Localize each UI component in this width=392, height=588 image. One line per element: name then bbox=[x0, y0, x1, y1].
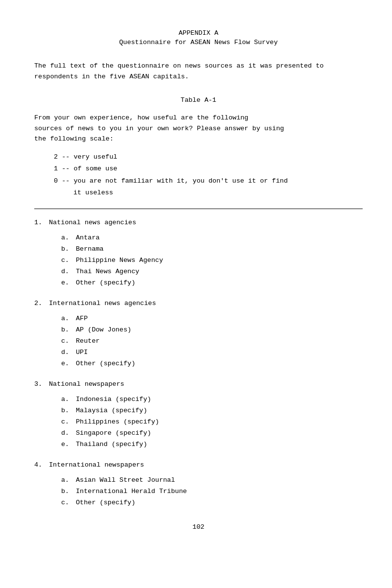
intro-paragraph: The full text of the questionnaire on ne… bbox=[34, 61, 363, 82]
answer-item-2-2: b.AP (Dow Jones) bbox=[61, 325, 363, 336]
question-text-4: International newspapers bbox=[49, 460, 363, 470]
question-number-3: 3. bbox=[34, 379, 49, 389]
table-intro-line2: sources of news to you in your own work?… bbox=[34, 125, 284, 132]
scale-item-2: 1 -- of some use bbox=[54, 163, 363, 175]
answer-text-3-2: Malaysia (specify) bbox=[76, 405, 363, 417]
answer-letter-1-1: a. bbox=[61, 233, 76, 244]
table-title: Table A-1 bbox=[34, 96, 363, 104]
answer-list-4: a.Asian Wall Street Journalb.Internation… bbox=[61, 475, 363, 509]
divider bbox=[34, 209, 363, 209]
question-number-1: 1. bbox=[34, 218, 49, 228]
question-header-4: 4.International newspapers bbox=[34, 460, 363, 470]
question-text-3: National newspapers bbox=[49, 379, 363, 389]
answer-text-2-1: AFP bbox=[76, 313, 363, 325]
page-container: APPENDIX A Questionnaire for ASEAN News … bbox=[34, 29, 363, 531]
answer-item-2-1: a.AFP bbox=[61, 313, 363, 325]
answer-list-1: a.Antarab.Bernamac.Philippine News Agenc… bbox=[61, 233, 363, 289]
question-number-2: 2. bbox=[34, 299, 49, 308]
answer-item-3-1: a.Indonesia (specify) bbox=[61, 394, 363, 405]
answer-text-4-2: International Herald Tribune bbox=[76, 486, 363, 497]
answer-list-3: a.Indonesia (specify)b.Malaysia (specify… bbox=[61, 394, 363, 450]
answer-item-4-2: b.International Herald Tribune bbox=[61, 486, 363, 497]
answer-item-4-1: a.Asian Wall Street Journal bbox=[61, 475, 363, 486]
answer-letter-2-2: b. bbox=[61, 325, 76, 336]
answer-letter-2-4: d. bbox=[61, 347, 76, 358]
answer-item-1-3: c.Philippine News Agency bbox=[61, 255, 363, 266]
answer-letter-4-1: a. bbox=[61, 475, 76, 486]
answer-text-1-3: Philippine News Agency bbox=[76, 255, 363, 266]
answer-text-2-4: UPI bbox=[76, 347, 363, 358]
question-header-2: 2.International news agencies bbox=[34, 299, 363, 308]
answer-item-3-3: c.Philippines (specify) bbox=[61, 417, 363, 428]
answer-text-3-3: Philippines (specify) bbox=[76, 417, 363, 428]
answer-letter-3-2: b. bbox=[61, 405, 76, 417]
scale-list: 2 -- very useful 1 -- of some use 0 -- y… bbox=[54, 151, 363, 199]
answer-text-1-4: Thai News Agency bbox=[76, 266, 363, 278]
answer-item-2-3: c.Reuter bbox=[61, 336, 363, 347]
question-section-2: 2.International news agenciesa.AFPb.AP (… bbox=[34, 299, 363, 370]
table-intro-line3: the following scale: bbox=[34, 135, 114, 142]
question-header-1: 1.National news agencies bbox=[34, 218, 363, 228]
answer-text-3-5: Thailand (specify) bbox=[76, 439, 363, 450]
answer-letter-2-5: e. bbox=[61, 358, 76, 370]
question-section-1: 1.National news agenciesa.Antarab.Bernam… bbox=[34, 218, 363, 289]
answer-letter-1-2: b. bbox=[61, 244, 76, 255]
answer-item-2-5: e.Other (specify) bbox=[61, 358, 363, 370]
answer-text-2-3: Reuter bbox=[76, 336, 363, 347]
questions-container: 1.National news agenciesa.Antarab.Bernam… bbox=[34, 218, 363, 509]
intro-text: The full text of the questionnaire on ne… bbox=[34, 62, 323, 80]
answer-item-3-4: d.Singapore (specify) bbox=[61, 428, 363, 439]
answer-text-2-5: Other (specify) bbox=[76, 358, 363, 370]
page-header: APPENDIX A Questionnaire for ASEAN News … bbox=[34, 29, 363, 46]
question-section-3: 3.National newspapersa.Indonesia (specif… bbox=[34, 379, 363, 450]
answer-text-1-1: Antara bbox=[76, 233, 363, 244]
answer-letter-1-4: d. bbox=[61, 266, 76, 278]
table-section: Table A-1 From your own experience, how … bbox=[34, 96, 363, 199]
answer-letter-1-5: e. bbox=[61, 278, 76, 289]
page-number: 102 bbox=[34, 523, 363, 531]
table-intro-line1: From your own experience, how useful are… bbox=[34, 114, 248, 121]
scale-item-3: 0 -- you are not familiar with it, you d… bbox=[54, 175, 363, 187]
answer-letter-4-3: c. bbox=[61, 497, 76, 509]
answer-letter-3-4: d. bbox=[61, 428, 76, 439]
appendix-title: APPENDIX A bbox=[34, 29, 363, 37]
answer-item-3-2: b.Malaysia (specify) bbox=[61, 405, 363, 417]
answer-list-2: a.AFPb.AP (Dow Jones)c.Reuterd.UPIe.Othe… bbox=[61, 313, 363, 370]
appendix-subtitle: Questionnaire for ASEAN News Flow Survey bbox=[34, 39, 363, 46]
answer-letter-2-3: c. bbox=[61, 336, 76, 347]
answer-item-4-3: c.Other (specify) bbox=[61, 497, 363, 509]
answer-item-2-4: d.UPI bbox=[61, 347, 363, 358]
answer-letter-4-2: b. bbox=[61, 486, 76, 497]
table-intro: From your own experience, how useful are… bbox=[34, 113, 363, 144]
answer-item-3-5: e.Thailand (specify) bbox=[61, 439, 363, 450]
answer-text-1-2: Bernama bbox=[76, 244, 363, 255]
scale-item-1: 2 -- very useful bbox=[54, 151, 363, 163]
answer-item-1-4: d.Thai News Agency bbox=[61, 266, 363, 278]
answer-item-1-5: e.Other (specify) bbox=[61, 278, 363, 289]
answer-letter-1-3: c. bbox=[61, 255, 76, 266]
answer-text-3-1: Indonesia (specify) bbox=[76, 394, 363, 405]
answer-text-4-1: Asian Wall Street Journal bbox=[76, 475, 363, 486]
answer-letter-3-1: a. bbox=[61, 394, 76, 405]
answer-letter-3-3: c. bbox=[61, 417, 76, 428]
answer-letter-2-1: a. bbox=[61, 313, 76, 325]
answer-text-3-4: Singapore (specify) bbox=[76, 428, 363, 439]
question-number-4: 4. bbox=[34, 460, 49, 470]
answer-text-4-3: Other (specify) bbox=[76, 497, 363, 509]
question-text-1: National news agencies bbox=[49, 218, 363, 228]
scale-item-4: it useless bbox=[73, 187, 363, 199]
answer-item-1-1: a.Antara bbox=[61, 233, 363, 244]
answer-letter-3-5: e. bbox=[61, 439, 76, 450]
question-header-3: 3.National newspapers bbox=[34, 379, 363, 389]
answer-item-1-2: b.Bernama bbox=[61, 244, 363, 255]
question-section-4: 4.International newspapersa.Asian Wall S… bbox=[34, 460, 363, 509]
answer-text-2-2: AP (Dow Jones) bbox=[76, 325, 363, 336]
question-text-2: International news agencies bbox=[49, 299, 363, 308]
answer-text-1-5: Other (specify) bbox=[76, 278, 363, 289]
